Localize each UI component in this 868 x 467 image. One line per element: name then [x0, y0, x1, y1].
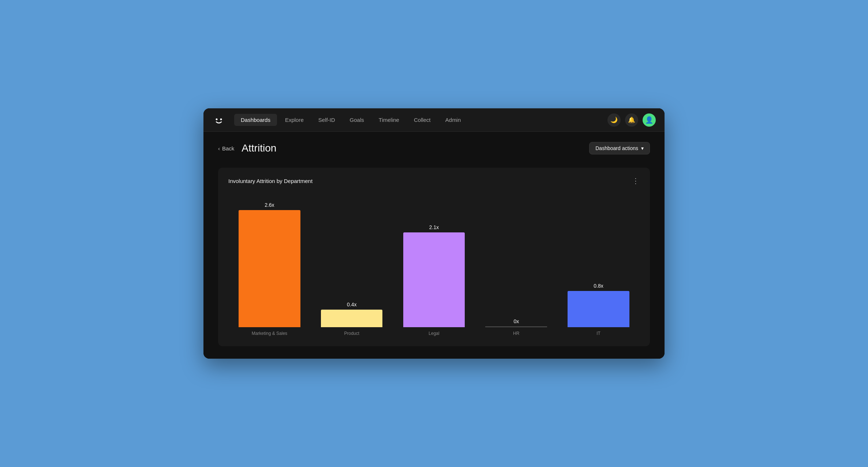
bar-group: 0xHR: [475, 197, 557, 336]
svg-point-1: [216, 118, 218, 120]
avatar[interactable]: 👤: [643, 113, 656, 127]
back-button[interactable]: ‹ Back: [218, 145, 234, 152]
bar-value-label: 2.1x: [429, 224, 439, 230]
page-header-left: ‹ Back Attrition: [218, 142, 276, 154]
bar-label: HR: [513, 331, 519, 336]
bar: [403, 232, 465, 327]
bar: [321, 310, 383, 327]
page-title: Attrition: [242, 142, 276, 154]
dark-mode-button[interactable]: 🌙: [607, 113, 621, 127]
nav-item-goals[interactable]: Goals: [343, 114, 371, 126]
bell-icon: 🔔: [628, 116, 635, 123]
bar-label: Legal: [429, 331, 439, 336]
bar: [568, 291, 629, 327]
user-icon: 👤: [645, 116, 653, 124]
chart-header: Involuntary Attrition by Department ⋮: [228, 176, 640, 185]
back-label: Back: [222, 145, 234, 152]
bar: [239, 210, 300, 327]
dropdown-icon: ▾: [641, 145, 644, 151]
svg-point-2: [220, 118, 222, 120]
nav-item-dashboards[interactable]: Dashboards: [234, 114, 277, 126]
nav-bar: Dashboards Explore Self-ID Goals Timelin…: [203, 108, 665, 132]
bar: [485, 326, 547, 327]
nav-item-timeline[interactable]: Timeline: [372, 114, 406, 126]
bar-label: Marketing & Sales: [252, 331, 287, 336]
app-window: Dashboards Explore Self-ID Goals Timelin…: [203, 108, 665, 359]
back-arrow-icon: ‹: [218, 145, 220, 152]
bar-label: Product: [344, 331, 359, 336]
chart-title: Involuntary Attrition by Department: [228, 178, 313, 184]
nav-item-selfid[interactable]: Self-ID: [312, 114, 342, 126]
nav-right: 🌙 🔔 👤: [607, 113, 656, 127]
dashboard-actions-button[interactable]: Dashboard actions ▾: [589, 142, 650, 154]
bar-group: 0.4xProduct: [311, 197, 393, 336]
moon-icon: 🌙: [610, 116, 618, 123]
bar-group: 2.1xLegal: [393, 197, 475, 336]
content-area: ‹ Back Attrition Dashboard actions ▾ Inv…: [203, 132, 665, 359]
chart-section: Involuntary Attrition by Department ⋮ 2.…: [218, 168, 650, 346]
bar-value-label: 0.4x: [347, 302, 356, 307]
bar-value-label: 2.6x: [265, 202, 274, 208]
bar-label: IT: [596, 331, 601, 336]
dashboard-actions-label: Dashboard actions: [595, 145, 638, 151]
bar-group: 2.6xMarketing & Sales: [228, 197, 311, 336]
nav-items: Dashboards Explore Self-ID Goals Timelin…: [234, 114, 607, 126]
chart-more-button[interactable]: ⋮: [632, 176, 640, 185]
bar-value-label: 0x: [513, 318, 519, 324]
nav-item-collect[interactable]: Collect: [407, 114, 437, 126]
nav-item-explore[interactable]: Explore: [278, 114, 310, 126]
nav-item-admin[interactable]: Admin: [439, 114, 468, 126]
logo[interactable]: [212, 113, 225, 127]
bar-chart: 2.6xMarketing & Sales0.4xProduct2.1xLega…: [228, 197, 640, 336]
bar-value-label: 0.8x: [594, 283, 603, 289]
bar-group: 0.8xIT: [557, 197, 640, 336]
svg-point-0: [212, 113, 225, 127]
page-header: ‹ Back Attrition Dashboard actions ▾: [218, 142, 650, 154]
notifications-button[interactable]: 🔔: [625, 113, 638, 127]
